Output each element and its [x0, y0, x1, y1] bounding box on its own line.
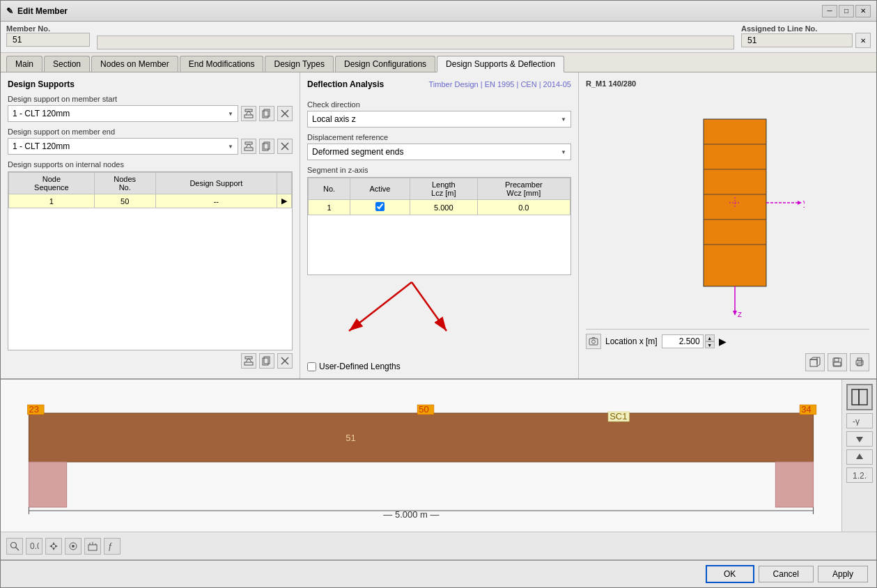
- assigned-value: 51: [741, 33, 853, 47]
- check-dir-label: Check direction: [307, 100, 571, 109]
- cancel-button[interactable]: Cancel: [759, 566, 814, 582]
- user-defined-checkbox[interactable]: [307, 362, 316, 371]
- tab-main[interactable]: Main: [6, 56, 42, 72]
- zoom-icon-btn[interactable]: [6, 538, 23, 555]
- view-save-btn[interactable]: [828, 353, 847, 371]
- user-defined-row: User-Defined Lengths: [307, 362, 571, 371]
- svg-marker-77: [55, 545, 58, 548]
- svg-marker-68: [856, 437, 863, 442]
- view-3d-btn[interactable]: [805, 353, 825, 371]
- disp-ref-label: Displacement reference: [307, 133, 571, 141]
- internal-delete-btn[interactable]: [277, 353, 293, 369]
- svg-marker-74: [52, 542, 55, 545]
- ok-button[interactable]: OK: [706, 565, 754, 583]
- right-panel: R_M1 140/280: [579, 72, 876, 378]
- svg-text:50: 50: [419, 405, 428, 414]
- internal-nodes-label: Design supports on internal nodes: [8, 160, 293, 169]
- svg-rect-66: [859, 389, 867, 405]
- location-camera-btn[interactable]: [586, 334, 601, 349]
- table-row[interactable]: 1 50 -- ▶: [9, 194, 292, 208]
- move-icon-btn[interactable]: [45, 538, 62, 555]
- svg-point-71: [11, 542, 17, 548]
- end-support-select[interactable]: 1 - CLT 120mm ▼: [8, 138, 238, 155]
- svg-marker-76: [49, 545, 52, 548]
- tab-nodes[interactable]: Nodes on Member: [91, 56, 178, 72]
- svg-point-79: [72, 545, 75, 548]
- location-input[interactable]: [662, 334, 704, 348]
- tab-end-mod[interactable]: End Modifications: [180, 56, 264, 72]
- minimize-button[interactable]: ─: [822, 5, 837, 17]
- tab-section[interactable]: Section: [44, 56, 90, 72]
- view-arr-up-btn[interactable]: [846, 449, 873, 465]
- user-defined-label[interactable]: User-Defined Lengths: [307, 362, 571, 371]
- start-support-group: Design support on member start 1 - CLT 1…: [8, 95, 293, 122]
- seg-active[interactable]: [350, 200, 410, 215]
- svg-marker-31: [733, 311, 737, 316]
- seg-col-precamber: PrecamberWcz [mm]: [477, 178, 570, 200]
- svg-rect-7: [245, 142, 252, 144]
- tab-design-config[interactable]: Design Configurations: [335, 56, 435, 72]
- end-support-edit-btn[interactable]: [241, 139, 256, 154]
- info-icon-btn[interactable]: [84, 538, 101, 555]
- button-bar: OK Cancel Apply: [1, 559, 876, 587]
- seg-col-active: Active: [350, 178, 410, 200]
- col-seq: NodeSequence: [9, 173, 95, 194]
- cross-section-btn[interactable]: [846, 384, 873, 410]
- svg-rect-65: [852, 389, 859, 405]
- svg-text:-y: -y: [853, 417, 860, 426]
- arrow-area: [307, 275, 571, 359]
- svg-marker-75: [52, 548, 55, 550]
- svg-rect-12: [245, 362, 253, 365]
- cell-seq: 1: [9, 194, 95, 208]
- middle-block: [97, 24, 734, 49]
- maximize-button[interactable]: □: [839, 5, 854, 17]
- start-support-edit-btn[interactable]: [241, 106, 256, 121]
- tab-design-supports[interactable]: Design Supports & Deflection: [437, 56, 564, 72]
- assigned-edit-btn[interactable]: ✕: [855, 33, 871, 48]
- view-print-btn[interactable]: [850, 353, 869, 371]
- svg-line-19: [349, 282, 412, 331]
- svg-rect-6: [245, 148, 253, 150]
- col-nodes-no: NodesNo.: [94, 173, 155, 194]
- section-view-area: y z: [586, 93, 869, 326]
- disp-ref-select[interactable]: Deformed segment ends ▼: [307, 144, 571, 160]
- section-view-title: R_M1 140/280: [586, 79, 869, 88]
- seg-active-checkbox[interactable]: [375, 202, 385, 211]
- svg-text:z: z: [738, 309, 742, 319]
- formula-icon-btn[interactable]: ƒ: [104, 538, 121, 555]
- start-support-copy-btn[interactable]: [259, 106, 274, 121]
- deflection-title: Deflection Analysis: [307, 79, 384, 89]
- internal-copy-btn[interactable]: [259, 353, 274, 369]
- svg-rect-48: [29, 462, 66, 507]
- seg-col-length: LengthLcz [m]: [410, 178, 477, 200]
- svg-text:34: 34: [801, 405, 811, 414]
- spin-up-btn[interactable]: ▲: [705, 334, 715, 341]
- view-y-btn[interactable]: -y: [846, 413, 873, 428]
- spin-down-btn[interactable]: ▼: [705, 341, 715, 348]
- start-support-delete-btn[interactable]: [277, 106, 293, 121]
- internal-add-btn[interactable]: [241, 353, 256, 369]
- start-support-select[interactable]: 1 - CLT 120mm ▼: [8, 105, 238, 122]
- seg-no: 1: [309, 200, 350, 215]
- disp-ref-group: Displacement reference Deformed segment …: [307, 133, 571, 160]
- view-num-btn[interactable]: 1.2.3: [846, 467, 873, 483]
- coord-icon-btn[interactable]: 0.00: [26, 538, 42, 555]
- svg-line-20: [412, 282, 447, 331]
- svg-line-72: [16, 547, 20, 550]
- svg-point-46: [861, 362, 862, 363]
- end-support-copy-btn[interactable]: [259, 139, 274, 154]
- tab-design-types[interactable]: Design Types: [265, 56, 334, 72]
- end-support-delete-btn[interactable]: [277, 139, 293, 154]
- close-button[interactable]: ✕: [855, 5, 871, 17]
- location-arrow-btn[interactable]: ▶: [719, 336, 727, 347]
- check-dir-select[interactable]: Local axis z ▼: [307, 111, 571, 127]
- svg-marker-28: [798, 201, 802, 205]
- select-icon-btn[interactable]: [65, 538, 82, 555]
- title-bar-left: ✎ Edit Member: [6, 6, 68, 16]
- svg-text:y: y: [803, 198, 805, 208]
- toolbar-bottom: 0.00 ƒ: [1, 532, 876, 559]
- apply-button[interactable]: Apply: [818, 566, 868, 582]
- seg-table-row[interactable]: 1 5.000 0.0: [309, 200, 571, 215]
- view-arr-down-btn[interactable]: [846, 431, 873, 447]
- left-panel-toolbar: [8, 350, 293, 371]
